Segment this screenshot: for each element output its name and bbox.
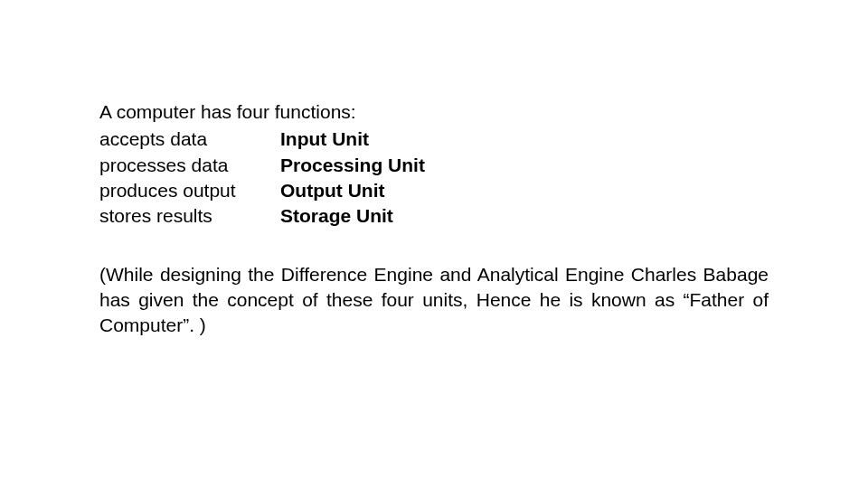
function-unit: Output Unit	[280, 178, 384, 203]
function-desc: stores results	[99, 203, 280, 229]
slide: A computer has four functions: accepts d…	[0, 0, 868, 488]
function-row: accepts data Input Unit	[99, 127, 769, 152]
function-desc: processes data	[99, 153, 280, 178]
footnote-text: (While designing the Difference Engine a…	[99, 262, 769, 339]
content-block: A computer has four functions: accepts d…	[99, 99, 769, 339]
function-unit: Storage Unit	[280, 203, 393, 229]
function-unit: Input Unit	[280, 127, 369, 152]
function-unit: Processing Unit	[280, 153, 425, 178]
function-row: stores results Storage Unit	[99, 203, 769, 229]
function-row: processes data Processing Unit	[99, 153, 769, 178]
function-desc: accepts data	[99, 127, 280, 152]
intro-text: A computer has four functions:	[99, 99, 769, 125]
function-row: produces output Output Unit	[99, 178, 769, 203]
function-desc: produces output	[99, 178, 280, 203]
